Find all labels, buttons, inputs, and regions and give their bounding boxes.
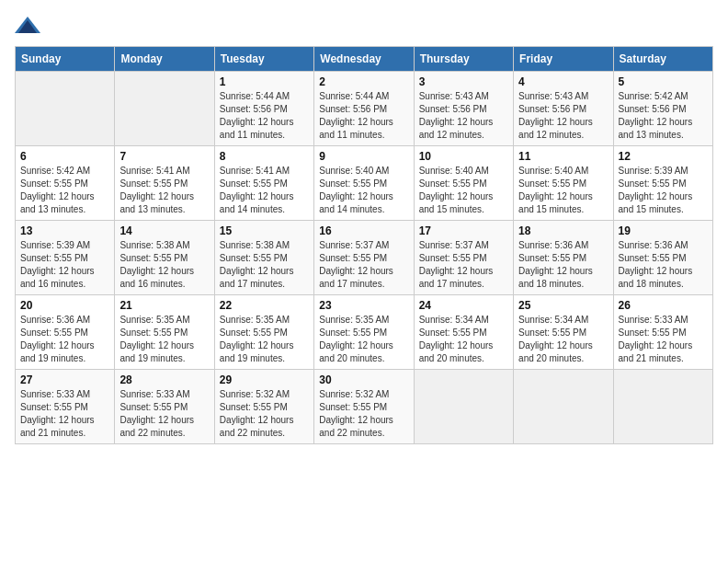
day-number: 26 (619, 299, 708, 312)
day-number: 11 (518, 150, 608, 163)
day-info: Sunrise: 5:36 AM Sunset: 5:55 PM Dayligh… (518, 239, 608, 291)
calendar-week-row: 20Sunrise: 5:36 AM Sunset: 5:55 PM Dayli… (16, 295, 713, 370)
day-info: Sunrise: 5:33 AM Sunset: 5:55 PM Dayligh… (619, 314, 708, 365)
day-number: 23 (319, 299, 408, 312)
calendar-cell: 25Sunrise: 5:34 AM Sunset: 5:55 PM Dayli… (514, 295, 613, 370)
calendar-week-row: 27Sunrise: 5:33 AM Sunset: 5:55 PM Dayli… (16, 370, 713, 444)
calendar-cell: 5Sunrise: 5:42 AM Sunset: 5:56 PM Daylig… (613, 72, 712, 146)
day-info: Sunrise: 5:32 AM Sunset: 5:55 PM Dayligh… (220, 388, 309, 440)
day-info: Sunrise: 5:37 AM Sunset: 5:55 PM Dayligh… (419, 239, 508, 291)
calendar-cell (414, 370, 513, 444)
day-number: 7 (119, 150, 209, 163)
day-info: Sunrise: 5:38 AM Sunset: 5:55 PM Dayligh… (119, 239, 209, 291)
day-info: Sunrise: 5:33 AM Sunset: 5:55 PM Dayligh… (119, 388, 209, 440)
day-number: 22 (220, 299, 309, 312)
day-info: Sunrise: 5:36 AM Sunset: 5:55 PM Dayligh… (619, 239, 708, 291)
day-number: 30 (319, 373, 408, 386)
day-number: 20 (20, 299, 109, 312)
day-info: Sunrise: 5:44 AM Sunset: 5:56 PM Dayligh… (319, 90, 408, 142)
calendar-cell: 27Sunrise: 5:33 AM Sunset: 5:55 PM Dayli… (16, 370, 115, 444)
calendar-cell: 1Sunrise: 5:44 AM Sunset: 5:56 PM Daylig… (214, 72, 313, 146)
calendar-cell: 7Sunrise: 5:41 AM Sunset: 5:55 PM Daylig… (115, 146, 214, 221)
day-info: Sunrise: 5:35 AM Sunset: 5:55 PM Dayligh… (220, 314, 309, 365)
column-header-saturday: Saturday (613, 47, 712, 72)
day-number: 10 (419, 150, 508, 163)
day-number: 18 (518, 224, 608, 237)
day-number: 27 (20, 373, 109, 386)
logo-icon (15, 15, 40, 35)
calendar-cell: 20Sunrise: 5:36 AM Sunset: 5:55 PM Dayli… (16, 295, 115, 370)
calendar-cell: 17Sunrise: 5:37 AM Sunset: 5:55 PM Dayli… (414, 221, 513, 295)
calendar-cell: 30Sunrise: 5:32 AM Sunset: 5:55 PM Dayli… (314, 370, 414, 444)
day-number: 13 (20, 224, 109, 237)
day-number: 8 (220, 150, 309, 163)
day-number: 17 (419, 224, 508, 237)
day-info: Sunrise: 5:41 AM Sunset: 5:55 PM Dayligh… (220, 165, 309, 216)
calendar-cell: 14Sunrise: 5:38 AM Sunset: 5:55 PM Dayli… (115, 221, 214, 295)
column-header-tuesday: Tuesday (214, 47, 313, 72)
calendar-cell: 10Sunrise: 5:40 AM Sunset: 5:55 PM Dayli… (414, 146, 513, 221)
calendar-cell: 21Sunrise: 5:35 AM Sunset: 5:55 PM Dayli… (115, 295, 214, 370)
day-number: 15 (220, 224, 309, 237)
calendar-cell: 13Sunrise: 5:39 AM Sunset: 5:55 PM Dayli… (16, 221, 115, 295)
day-number: 2 (319, 75, 408, 88)
calendar-cell: 9Sunrise: 5:40 AM Sunset: 5:55 PM Daylig… (314, 146, 414, 221)
day-number: 3 (419, 75, 508, 88)
day-info: Sunrise: 5:38 AM Sunset: 5:55 PM Dayligh… (220, 239, 309, 291)
day-number: 28 (119, 373, 209, 386)
day-info: Sunrise: 5:35 AM Sunset: 5:55 PM Dayligh… (319, 314, 408, 365)
calendar-week-row: 13Sunrise: 5:39 AM Sunset: 5:55 PM Dayli… (16, 221, 713, 295)
calendar-cell (613, 370, 712, 444)
column-header-thursday: Thursday (414, 47, 513, 72)
day-info: Sunrise: 5:42 AM Sunset: 5:56 PM Dayligh… (619, 90, 708, 142)
calendar-cell (16, 72, 115, 146)
day-number: 14 (119, 224, 209, 237)
calendar-week-row: 1Sunrise: 5:44 AM Sunset: 5:56 PM Daylig… (16, 72, 713, 146)
day-number: 24 (419, 299, 508, 312)
calendar-cell: 29Sunrise: 5:32 AM Sunset: 5:55 PM Dayli… (214, 370, 313, 444)
logo (15, 15, 40, 35)
calendar-cell: 11Sunrise: 5:40 AM Sunset: 5:55 PM Dayli… (514, 146, 613, 221)
calendar-cell (115, 72, 214, 146)
day-number: 1 (220, 75, 309, 88)
day-info: Sunrise: 5:39 AM Sunset: 5:55 PM Dayligh… (619, 165, 708, 216)
day-number: 16 (319, 224, 408, 237)
calendar-cell: 6Sunrise: 5:42 AM Sunset: 5:55 PM Daylig… (16, 146, 115, 221)
calendar-cell (514, 370, 613, 444)
day-info: Sunrise: 5:34 AM Sunset: 5:55 PM Dayligh… (518, 314, 608, 365)
calendar-cell: 3Sunrise: 5:43 AM Sunset: 5:56 PM Daylig… (414, 72, 513, 146)
calendar-header-row: SundayMondayTuesdayWednesdayThursdayFrid… (16, 47, 713, 72)
day-number: 9 (319, 150, 408, 163)
calendar-cell: 19Sunrise: 5:36 AM Sunset: 5:55 PM Dayli… (613, 221, 712, 295)
day-info: Sunrise: 5:32 AM Sunset: 5:55 PM Dayligh… (319, 388, 408, 440)
day-info: Sunrise: 5:37 AM Sunset: 5:55 PM Dayligh… (319, 239, 408, 291)
day-info: Sunrise: 5:33 AM Sunset: 5:55 PM Dayligh… (20, 388, 109, 440)
day-info: Sunrise: 5:35 AM Sunset: 5:55 PM Dayligh… (119, 314, 209, 365)
day-info: Sunrise: 5:34 AM Sunset: 5:55 PM Dayligh… (419, 314, 508, 365)
calendar-cell: 4Sunrise: 5:43 AM Sunset: 5:56 PM Daylig… (514, 72, 613, 146)
day-info: Sunrise: 5:36 AM Sunset: 5:55 PM Dayligh… (20, 314, 109, 365)
day-info: Sunrise: 5:42 AM Sunset: 5:55 PM Dayligh… (20, 165, 109, 216)
day-info: Sunrise: 5:41 AM Sunset: 5:55 PM Dayligh… (119, 165, 209, 216)
calendar-cell: 24Sunrise: 5:34 AM Sunset: 5:55 PM Dayli… (414, 295, 513, 370)
column-header-wednesday: Wednesday (314, 47, 414, 72)
day-number: 12 (619, 150, 708, 163)
day-info: Sunrise: 5:44 AM Sunset: 5:56 PM Dayligh… (220, 90, 309, 142)
day-number: 25 (518, 299, 608, 312)
day-info: Sunrise: 5:43 AM Sunset: 5:56 PM Dayligh… (419, 90, 508, 142)
calendar-cell: 26Sunrise: 5:33 AM Sunset: 5:55 PM Dayli… (613, 295, 712, 370)
day-number: 4 (518, 75, 608, 88)
day-number: 29 (220, 373, 309, 386)
day-info: Sunrise: 5:40 AM Sunset: 5:55 PM Dayligh… (319, 165, 408, 216)
calendar-cell: 18Sunrise: 5:36 AM Sunset: 5:55 PM Dayli… (514, 221, 613, 295)
calendar-cell: 12Sunrise: 5:39 AM Sunset: 5:55 PM Dayli… (613, 146, 712, 221)
day-number: 6 (20, 150, 109, 163)
calendar-cell: 23Sunrise: 5:35 AM Sunset: 5:55 PM Dayli… (314, 295, 414, 370)
calendar-table: SundayMondayTuesdayWednesdayThursdayFrid… (15, 46, 713, 444)
calendar-cell: 2Sunrise: 5:44 AM Sunset: 5:56 PM Daylig… (314, 72, 414, 146)
calendar-cell: 28Sunrise: 5:33 AM Sunset: 5:55 PM Dayli… (115, 370, 214, 444)
calendar-cell: 8Sunrise: 5:41 AM Sunset: 5:55 PM Daylig… (214, 146, 313, 221)
calendar-week-row: 6Sunrise: 5:42 AM Sunset: 5:55 PM Daylig… (16, 146, 713, 221)
calendar-cell: 15Sunrise: 5:38 AM Sunset: 5:55 PM Dayli… (214, 221, 313, 295)
day-info: Sunrise: 5:39 AM Sunset: 5:55 PM Dayligh… (20, 239, 109, 291)
